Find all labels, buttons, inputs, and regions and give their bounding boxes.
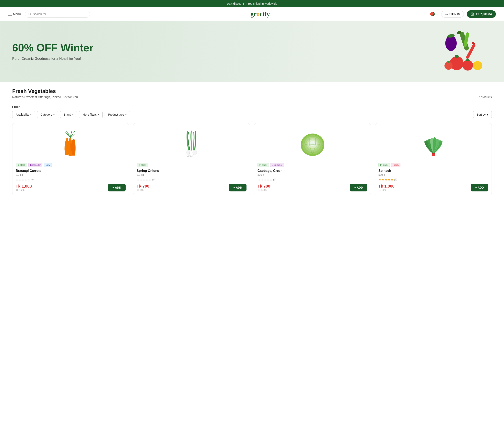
hero-title: 60% OFF Winter — [12, 42, 93, 54]
svg-point-0 — [29, 13, 30, 15]
sign-in-label: SIGN IN — [449, 12, 460, 16]
product-image-carrot — [16, 127, 126, 160]
badge-best-seller: Best seller — [28, 163, 42, 167]
price-block-carrot: Tk 1,000 Tk 1,200 — [16, 184, 32, 191]
search-input[interactable] — [33, 12, 86, 16]
product-count: 7 products — [479, 95, 492, 99]
price-block-spinach: Tk 1,000 Tk 600 — [378, 184, 395, 191]
svg-point-24 — [193, 150, 197, 155]
filter-product-type[interactable]: Product type ▾ — [105, 111, 130, 118]
chevron-down-icon: ▾ — [487, 113, 488, 116]
header: Menu grocify SIGN IN TK 7,900 (5) — [0, 7, 504, 21]
filter-more-label: More filters — [83, 113, 97, 116]
menu-button[interactable]: Menu — [8, 12, 21, 16]
svg-line-29 — [190, 156, 191, 157]
product-name-cabbage: Cabbage, Green — [258, 169, 367, 173]
filter-category[interactable]: Category ▾ — [37, 111, 58, 118]
banner-text: 70% discount - Free shipping worldwide — [227, 2, 277, 5]
add-button-spinach[interactable]: + ADD — [471, 184, 488, 191]
chevron-down-icon: ▾ — [98, 113, 99, 116]
stars-carrot: ☆☆☆☆☆ — [16, 178, 30, 181]
hero-image — [435, 31, 492, 72]
cart-label: TK 7,900 (5) — [476, 12, 492, 16]
add-button-cabbage[interactable]: + ADD — [350, 184, 367, 191]
svg-rect-38 — [432, 153, 435, 154]
svg-line-18 — [66, 131, 70, 138]
add-button-onion[interactable]: + ADD — [229, 184, 246, 191]
add-button-carrot[interactable]: + ADD — [108, 184, 126, 191]
rating-count-carrot: (0) — [31, 178, 35, 181]
spinach-illustration — [420, 129, 447, 158]
svg-point-13 — [466, 59, 469, 61]
product-rating-onion: ☆☆☆☆☆ (0) — [137, 178, 246, 181]
product-price-row-onion: Tk 700 Tk 800 + ADD — [137, 184, 246, 191]
chevron-down-icon: ▾ — [125, 113, 127, 116]
product-name-carrot: Brastagi Carrots — [16, 169, 126, 173]
cart-icon — [471, 12, 474, 16]
section-title: Fresh Vegetables — [12, 88, 492, 94]
product-name-spinach: Spinach — [378, 169, 488, 173]
menu-label: Menu — [13, 12, 21, 16]
hero-banner: 60% OFF Winter Pure, Organic Goodness fo… — [0, 21, 504, 82]
product-badges-onion: In stock — [137, 163, 246, 167]
carrot-illustration — [58, 129, 84, 158]
products-grid: In stock Best seller New Brastagi Carrot… — [12, 123, 492, 195]
sort-button[interactable]: Sort by ▾ — [473, 111, 492, 118]
filter-availability[interactable]: Availability ▾ — [12, 111, 35, 118]
logo: grocify — [94, 10, 426, 18]
price-block-cabbage: Tk 700 Tk 1,300 — [258, 184, 270, 191]
rating-count-spinach: (1) — [394, 178, 397, 181]
flag-icon — [430, 12, 435, 16]
filter-more[interactable]: More filters ▾ — [79, 111, 102, 118]
filter-brand-label: Brand — [64, 113, 71, 116]
chevron-down-icon: ▾ — [72, 113, 74, 116]
logo-text: grocify — [250, 10, 270, 18]
badge-fresh: Fresh — [391, 163, 400, 167]
chevron-down-icon — [436, 13, 438, 15]
search-bar[interactable] — [25, 11, 90, 18]
onion-illustration — [177, 131, 206, 157]
product-weight-onion: 3.0 kg — [137, 173, 246, 176]
svg-line-27 — [189, 155, 190, 157]
product-image-spinach — [378, 127, 488, 160]
product-weight-spinach: 500 g — [378, 173, 488, 176]
svg-point-15 — [447, 61, 450, 63]
stars-onion: ☆☆☆☆☆ — [137, 178, 151, 181]
rating-count-onion: (0) — [152, 178, 155, 181]
product-card-onion: In stock Spring Onions 3.0 kg ☆☆☆☆☆ (0) … — [133, 123, 250, 195]
filter-controls: Availability ▾ Category ▾ Brand ▾ More f… — [12, 111, 492, 118]
filter-label: Filter — [12, 105, 492, 109]
top-banner: 70% discount - Free shipping worldwide — [0, 0, 504, 7]
price-block-onion: Tk 700 Tk 800 — [137, 184, 149, 191]
badge-in-stock: In stock — [258, 163, 269, 167]
product-price-row-carrot: Tk 1,000 Tk 1,200 + ADD — [16, 184, 126, 191]
badge-in-stock: In stock — [378, 163, 390, 167]
current-price-spinach: Tk 1,000 — [378, 184, 395, 189]
section-header: Fresh Vegetables Nature's Sweetest Offer… — [12, 88, 492, 99]
user-icon — [445, 12, 448, 16]
sign-in-button[interactable]: SIGN IN — [441, 11, 464, 18]
product-image-onion — [137, 127, 246, 160]
original-price-carrot: Tk 1,200 — [16, 189, 32, 191]
original-price-onion: Tk 800 — [137, 189, 149, 191]
svg-point-2 — [446, 13, 447, 14]
svg-line-30 — [192, 156, 193, 157]
filter-category-label: Category — [41, 113, 52, 116]
language-selector[interactable] — [430, 12, 438, 16]
product-card-carrot: In stock Best seller New Brastagi Carrot… — [12, 123, 129, 195]
product-name-onion: Spring Onions — [137, 169, 246, 173]
stars-cabbage: ☆☆☆☆☆ — [258, 178, 272, 181]
rating-count-cabbage: (0) — [273, 178, 276, 181]
product-rating-carrot: ☆☆☆☆☆ (0) — [16, 178, 126, 181]
svg-point-12 — [462, 60, 473, 71]
cart-button[interactable]: TK 7,900 (5) — [467, 10, 496, 18]
hero-content: 60% OFF Winter Pure, Organic Goodness fo… — [12, 42, 93, 60]
filter-brand[interactable]: Brand ▾ — [60, 111, 77, 118]
svg-point-36 — [310, 141, 315, 146]
svg-point-10 — [450, 56, 464, 70]
product-weight-carrot: 3.0 kg — [16, 173, 126, 176]
filter-availability-label: Availability — [16, 113, 29, 116]
vegetables-illustration — [435, 31, 492, 74]
svg-line-25 — [187, 155, 188, 157]
original-price-spinach: Tk 600 — [378, 189, 395, 191]
